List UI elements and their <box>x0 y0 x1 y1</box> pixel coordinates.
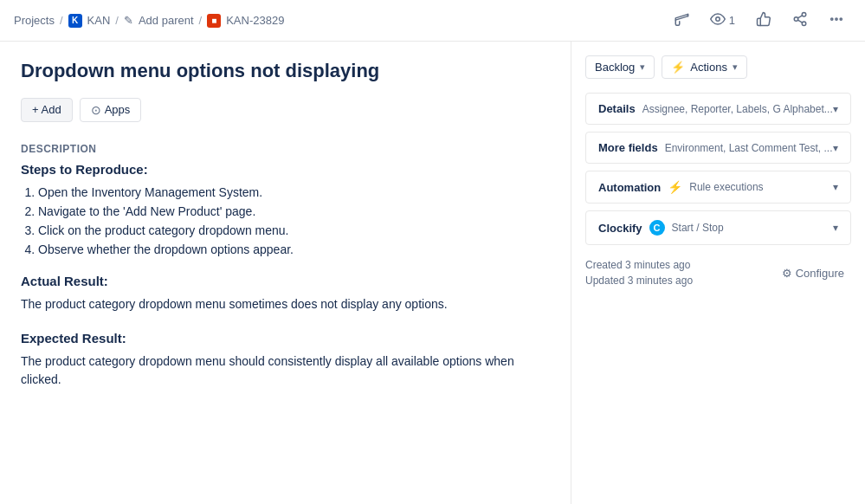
issue-type-icon: ■ <box>207 14 221 28</box>
clockify-chevron-icon: ▾ <box>833 222 838 234</box>
main-layout: Dropdown menu options not displaying + A… <box>0 42 865 504</box>
backlog-label: Backlog <box>595 61 635 74</box>
steps-list: Open the Inventory Management System. Na… <box>21 185 550 256</box>
backlog-dropdown-icon: ▾ <box>640 61 645 73</box>
automation-sub: Rule executions <box>689 181 763 193</box>
svg-point-7 <box>836 18 837 20</box>
metadata-section: Created 3 minutes ago Updated 3 minutes … <box>585 259 851 287</box>
expected-result-text: The product category dropdown menu shoul… <box>21 352 550 389</box>
gear-icon: ⚙ <box>782 267 792 280</box>
automation-label: Automation <box>598 181 661 194</box>
actual-result-section: Actual Result: The product category drop… <box>21 274 550 313</box>
actual-result-title: Actual Result: <box>21 274 550 288</box>
clockify-accordion-header[interactable]: Clockify C Start / Stop ▾ <box>586 211 850 244</box>
share-icon <box>792 11 808 29</box>
description-label: Description <box>21 143 550 155</box>
more-fields-sub: Environment, Last Comment Test, ... <box>665 142 833 154</box>
breadcrumb: Projects / K KAN / ✎ Add parent / ■ KAN-… <box>14 14 284 28</box>
actions-dropdown-icon: ▾ <box>733 61 738 73</box>
svg-line-4 <box>797 20 802 23</box>
edit-icon: ✎ <box>124 14 133 27</box>
list-item: Click on the product category dropdown m… <box>38 223 550 237</box>
kan-icon: K <box>68 14 82 28</box>
thumbsup-icon <box>756 11 771 29</box>
apps-button[interactable]: ⊙ Apps <box>80 98 142 122</box>
details-sub: Assignee, Reporter, Labels, G Alphabet..… <box>642 103 833 115</box>
clockify-label: Clockify <box>598 222 642 235</box>
add-button[interactable]: + Add <box>21 98 73 122</box>
description-section: Description Steps to Reproduce: Open the… <box>21 143 550 256</box>
share-button[interactable] <box>785 8 815 33</box>
breadcrumb-projects[interactable]: Projects <box>14 14 55 27</box>
more-fields-chevron-icon: ▾ <box>833 142 838 154</box>
actions-label: Actions <box>690 61 727 74</box>
details-chevron-icon: ▾ <box>833 103 838 115</box>
details-accordion-header[interactable]: Details Assignee, Reporter, Labels, G Al… <box>586 94 850 124</box>
details-label: Details <box>598 102 636 115</box>
ellipsis-icon <box>829 11 844 29</box>
automation-accordion-header[interactable]: Automation ⚡ Rule executions ▾ <box>586 171 850 203</box>
apps-icon: ⊙ <box>91 103 101 117</box>
top-actions: 1 <box>667 8 851 33</box>
bolt-icon: ⚡ <box>671 61 685 74</box>
feedback-button[interactable] <box>667 8 696 33</box>
created-timestamp: Created 3 minutes ago <box>585 259 693 271</box>
automation-bolt-icon: ⚡ <box>668 180 682 194</box>
actions-button[interactable]: ⚡ Actions ▾ <box>662 55 747 79</box>
eye-icon <box>710 11 726 29</box>
list-item: Open the Inventory Management System. <box>38 185 550 199</box>
breadcrumb-add-parent[interactable]: Add parent <box>139 14 194 27</box>
breadcrumb-issue-id[interactable]: KAN-23829 <box>226 14 284 27</box>
list-item: Observe whether the dropdown options app… <box>38 242 550 256</box>
list-item: Navigate to the 'Add New Product' page. <box>38 204 550 218</box>
configure-label: Configure <box>796 267 844 280</box>
automation-chevron-icon: ▾ <box>833 181 838 193</box>
clockify-icon: C <box>649 220 665 236</box>
svg-point-0 <box>716 17 720 22</box>
like-button[interactable] <box>749 8 778 33</box>
clockify-accordion: Clockify C Start / Stop ▾ <box>585 210 851 245</box>
automation-accordion: Automation ⚡ Rule executions ▾ <box>585 171 851 204</box>
megaphone-icon <box>674 11 689 29</box>
action-buttons: + Add ⊙ Apps <box>21 98 550 122</box>
left-content: Dropdown menu options not displaying + A… <box>0 42 571 504</box>
watch-button[interactable]: 1 <box>703 8 742 33</box>
breadcrumb-kan[interactable]: KAN <box>87 14 111 27</box>
more-fields-accordion: More fields Environment, Last Comment Te… <box>585 132 851 164</box>
details-accordion: Details Assignee, Reporter, Labels, G Al… <box>585 93 851 125</box>
more-fields-label: More fields <box>598 141 658 154</box>
svg-point-6 <box>831 18 833 20</box>
metadata-timestamps: Created 3 minutes ago Updated 3 minutes … <box>585 259 693 287</box>
clockify-sub: Start / Stop <box>672 222 724 234</box>
backlog-button[interactable]: Backlog ▾ <box>585 55 655 79</box>
svg-point-8 <box>840 18 842 20</box>
sidebar-top-bar: Backlog ▾ ⚡ Actions ▾ <box>585 55 851 79</box>
expected-result-section: Expected Result: The product category dr… <box>21 331 550 389</box>
svg-line-5 <box>797 16 802 18</box>
right-sidebar: Backlog ▾ ⚡ Actions ▾ Details Assignee, … <box>571 42 865 504</box>
watch-count: 1 <box>729 14 735 27</box>
actual-result-text: The product category dropdown menu somet… <box>21 295 550 313</box>
more-button[interactable] <box>822 8 851 33</box>
issue-title: Dropdown menu options not displaying <box>21 59 550 84</box>
more-fields-accordion-header[interactable]: More fields Environment, Last Comment Te… <box>586 132 850 163</box>
updated-timestamp: Updated 3 minutes ago <box>585 275 693 287</box>
expected-result-title: Expected Result: <box>21 331 550 346</box>
steps-title: Steps to Reproduce: <box>21 162 550 177</box>
top-nav: Projects / K KAN / ✎ Add parent / ■ KAN-… <box>0 0 865 42</box>
configure-button[interactable]: ⚙ Configure <box>775 263 851 283</box>
